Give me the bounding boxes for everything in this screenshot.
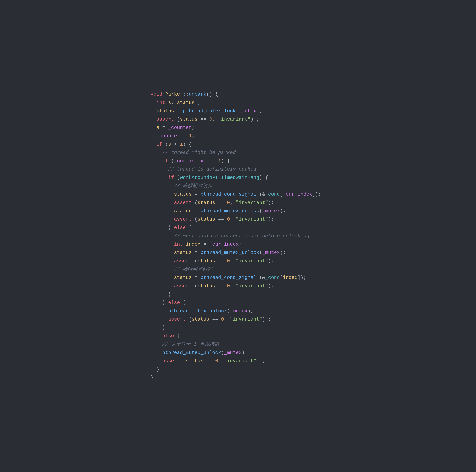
var-status-13: status: [186, 358, 204, 364]
number-0-6: 0: [221, 316, 224, 322]
var-status-7: status: [198, 217, 215, 222]
var-mutex-4: _mutex: [230, 308, 248, 314]
keyword-assert-5: assert: [174, 283, 192, 289]
code-block: void Parker::unpark() { int s, status ; …: [151, 82, 325, 390]
string-invariant-4: "invariant": [236, 258, 268, 264]
number-0: 0: [209, 117, 212, 122]
var-s-2: s: [156, 125, 159, 130]
comment-1: // thread might be parked: [162, 150, 236, 155]
var-status-11: status: [198, 283, 215, 289]
var-status-10: status: [174, 275, 192, 280]
var-status-8: status: [174, 250, 192, 255]
comment-5: // 唤醒阻塞线程: [174, 267, 212, 272]
var-counter-1: _counter: [168, 125, 192, 130]
keyword-else-1: else: [174, 225, 186, 230]
var-cur-index-1: _cur_index: [174, 158, 203, 164]
string-invariant-1: "invariant": [218, 117, 251, 122]
method-unpark: unpark: [189, 91, 206, 97]
code-container: void Parker::unpark() { int s, status ; …: [142, 75, 334, 397]
var-mutex-2: _mutex: [262, 208, 280, 214]
var-status-12: status: [192, 316, 209, 322]
var-index-1: index: [186, 242, 201, 247]
func-cond-signal-1: pthread_cond_signal: [201, 192, 256, 197]
keyword-assert-2: assert: [174, 200, 192, 205]
var-status-5: status: [198, 200, 215, 205]
var-status-6: status: [174, 208, 192, 214]
keyword-assert-1: assert: [156, 117, 174, 122]
var-cond-2: _cond: [265, 275, 280, 280]
var-status: status: [177, 100, 195, 105]
var-mutex-5: _mutex: [224, 350, 242, 355]
var-mutex: _mutex: [239, 108, 256, 114]
var-cur-index-3: _cur_index: [209, 242, 239, 247]
func-mutex-unlock-2: pthread_mutex_unlock: [201, 250, 259, 255]
number-0-7: 0: [215, 358, 218, 364]
var-status-9: status: [198, 258, 215, 264]
keyword-if-3: if: [168, 175, 174, 180]
var-workaround: WorkAroundNPTLTimedWaitHang: [180, 175, 259, 180]
keyword-else-2: else: [168, 300, 180, 305]
class-parker: Parker: [165, 91, 183, 97]
keyword-if-1: if: [156, 142, 162, 147]
var-status-3: status: [180, 117, 198, 122]
comment-6: // 大于等于 1 直接结束: [162, 342, 219, 347]
number-neg1: -1: [215, 158, 221, 164]
number-0-4: 0: [227, 258, 230, 264]
string-invariant-3: "invariant": [236, 217, 268, 222]
keyword-int: int: [156, 100, 165, 105]
var-counter-2: _counter: [156, 133, 180, 139]
var-s-3: s: [168, 142, 171, 147]
func-mutex-unlock-4: pthread_mutex_unlock: [162, 350, 221, 355]
number-0-3: 0: [227, 217, 230, 222]
string-invariant-6: "invariant": [230, 316, 262, 322]
func-mutex-unlock-1: pthread_mutex_unlock: [201, 208, 259, 214]
number-0-2: 0: [227, 200, 230, 205]
keyword-assert-6: assert: [168, 316, 186, 322]
keyword-assert-3: assert: [174, 217, 192, 222]
comment-2: // thread is definitely parked: [168, 167, 256, 172]
string-invariant-7: "invariant": [224, 358, 256, 364]
comment-4: // must capture correct index before unl…: [174, 233, 309, 239]
var-status-2: status: [156, 108, 174, 114]
var-cond-1: _cond: [265, 192, 280, 197]
var-s: s: [168, 100, 171, 105]
keyword-assert-7: assert: [162, 358, 180, 364]
number-1-2: 1: [180, 142, 183, 147]
var-index-2: index: [283, 275, 298, 280]
keyword-if-2: if: [162, 158, 168, 164]
var-cur-index-2: _cur_index: [283, 192, 312, 197]
func-mutex-unlock-3: pthread_mutex_unlock: [168, 308, 227, 314]
keyword-else-3: else: [162, 333, 174, 339]
keyword-int-2: int: [174, 242, 183, 247]
keyword-assert-4: assert: [174, 258, 192, 264]
number-1: 1: [189, 133, 192, 139]
func-cond-signal-2: pthread_cond_signal: [201, 275, 256, 280]
keyword-void: void: [151, 91, 162, 97]
string-invariant-5: "invariant": [236, 283, 268, 289]
comment-3: // 唤醒阻塞线程: [174, 183, 212, 189]
var-status-4: status: [174, 192, 192, 197]
string-invariant-2: "invariant": [236, 200, 268, 205]
number-0-5: 0: [227, 283, 230, 289]
func-pthread-mutex-lock: pthread_mutex_lock: [183, 108, 236, 114]
var-mutex-3: _mutex: [262, 250, 280, 255]
